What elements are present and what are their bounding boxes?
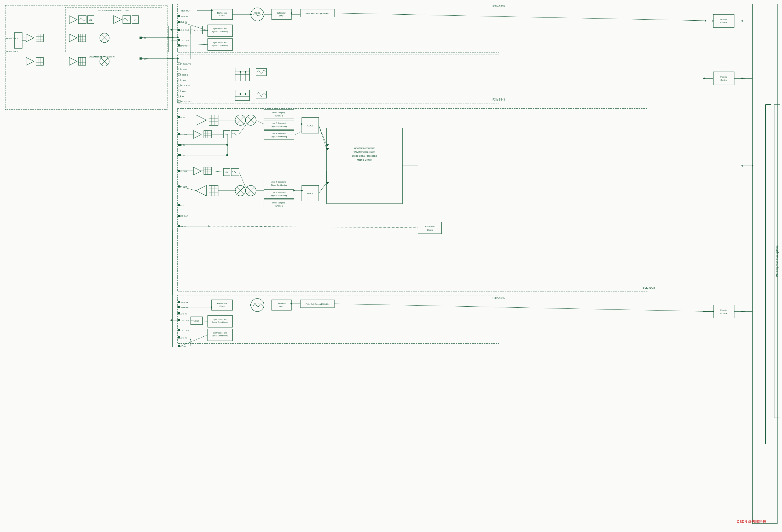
svg-line-54	[334, 13, 713, 21]
svg-line-358	[212, 171, 223, 172]
svg-text:Module: Module	[720, 309, 727, 311]
svg-rect-162	[178, 144, 180, 146]
svg-rect-160	[178, 133, 180, 135]
svg-marker-205	[193, 130, 201, 139]
svg-rect-119	[178, 63, 180, 65]
svg-rect-13	[272, 9, 291, 20]
svg-text:SWITCH OUT: SWITCH OUT	[179, 101, 192, 103]
svg-line-215	[239, 125, 246, 134]
svg-text:Signal Conditioning: Signal Conditioning	[271, 184, 287, 186]
svg-text:PXIe Ref Clock (100MHz): PXIe Ref Clock (100MHz)	[306, 303, 329, 305]
svg-text:Direct Sampling: Direct Sampling	[272, 112, 285, 114]
svg-text:Reference: Reference	[217, 302, 227, 305]
svg-text:<175 GHz: <175 GHz	[275, 205, 283, 207]
svg-text:SWITCH IN: SWITCH IN	[179, 84, 190, 87]
svg-rect-213	[231, 130, 239, 138]
svg-text:xN: xN	[134, 19, 136, 21]
svg-point-11	[251, 8, 264, 21]
svg-marker-95	[26, 58, 34, 65]
svg-line-339	[256, 120, 264, 124]
svg-text:LO 0 OUT: LO 0 OUT	[180, 319, 189, 322]
svg-marker-176	[209, 225, 210, 227]
svg-text:VCXO: VCXO	[193, 29, 200, 32]
svg-rect-36	[178, 21, 180, 23]
svg-rect-16	[300, 9, 334, 17]
svg-marker-104	[69, 58, 77, 65]
svg-rect-166	[178, 170, 180, 172]
svg-rect-357	[231, 168, 239, 176]
svg-line-314	[191, 321, 208, 321]
svg-point-234	[246, 185, 256, 196]
svg-point-187	[235, 115, 246, 125]
svg-rect-23	[208, 39, 233, 50]
svg-rect-43	[178, 39, 180, 41]
svg-marker-341	[301, 123, 303, 125]
svg-marker-256	[326, 182, 329, 184]
svg-text:Synthesizer and: Synthesizer and	[213, 41, 227, 44]
svg-text:DACs: DACs	[307, 192, 313, 195]
svg-marker-110	[69, 34, 77, 42]
svg-text:REF IN: REF IN	[181, 306, 188, 309]
svg-point-143	[245, 93, 246, 95]
svg-text:PXIe-5655: PXIe-5655	[493, 5, 505, 8]
svg-text:Signal Conditioning: Signal Conditioning	[212, 44, 228, 46]
svg-rect-33	[178, 15, 180, 17]
svg-rect-64	[87, 16, 94, 24]
svg-line-37	[180, 22, 208, 31]
svg-text:UPCONVERTER/SHARED LO IN: UPCONVERTER/SHARED LO IN	[98, 9, 129, 11]
svg-text:Direct Sampling: Direct Sampling	[272, 202, 285, 204]
svg-text:REF OUT: REF OUT	[181, 301, 190, 303]
svg-marker-92	[172, 58, 174, 59]
svg-rect-125	[178, 79, 180, 81]
svg-text:RF IN/OUT 1: RF IN/OUT 1	[179, 68, 191, 71]
svg-rect-127	[178, 84, 180, 86]
svg-marker-152	[742, 78, 743, 79]
svg-marker-49	[250, 13, 252, 15]
svg-line-236	[247, 187, 254, 194]
svg-text:Signal Conditioning: Signal Conditioning	[212, 335, 228, 337]
svg-text:IF IN: IF IN	[141, 37, 146, 39]
svg-rect-75	[36, 34, 43, 42]
svg-text:REF OUT: REF OUT	[181, 10, 190, 12]
svg-rect-105	[78, 58, 86, 65]
svg-rect-90	[140, 58, 142, 60]
svg-rect-60	[65, 7, 162, 53]
page: PXI Express Backplane PXIe-5655 Refere	[0, 0, 782, 532]
svg-text:Control: Control	[720, 312, 727, 314]
svg-rect-226	[209, 185, 218, 196]
svg-rect-294	[208, 329, 233, 341]
svg-marker-353	[326, 182, 329, 184]
pxi-backplane-label: PXI Express Backplane	[774, 105, 780, 418]
svg-rect-8	[212, 9, 233, 20]
svg-text:RF IN: RF IN	[179, 116, 185, 119]
svg-rect-243	[264, 200, 294, 209]
svg-rect-206	[204, 130, 212, 138]
svg-text:OCXO: OCXO	[254, 302, 260, 305]
svg-text:REF IN: REF IN	[179, 225, 186, 228]
svg-marker-57	[704, 20, 706, 22]
svg-text:Control: Control	[720, 22, 727, 24]
svg-text:Synthesizer and: Synthesizer and	[213, 318, 227, 320]
svg-point-282	[251, 299, 264, 312]
svg-point-364	[179, 154, 181, 156]
svg-rect-20	[208, 25, 233, 37]
svg-rect-86	[140, 37, 142, 39]
svg-text:REF IN: REF IN	[181, 15, 188, 17]
svg-text:RF IN/OUT 0: RF IN/OUT 0	[6, 50, 18, 53]
svg-marker-62	[69, 16, 77, 24]
svg-rect-133	[178, 100, 180, 102]
svg-rect-134	[235, 68, 250, 81]
svg-marker-273	[170, 319, 172, 321]
svg-point-135	[240, 71, 241, 73]
svg-marker-154	[703, 78, 705, 79]
svg-text:LO 1 OUT: LO 1 OUT	[180, 39, 189, 42]
svg-marker-328	[741, 165, 743, 166]
svg-point-190	[246, 115, 256, 125]
svg-rect-96	[36, 58, 43, 65]
svg-line-342	[294, 131, 302, 135]
svg-line-345	[180, 187, 196, 191]
svg-rect-141	[235, 90, 250, 101]
svg-text:RF IN/OUT 0: RF IN/OUT 0	[179, 63, 191, 65]
svg-text:Clock: Clock	[219, 305, 225, 307]
svg-text:Low IF Baseband: Low IF Baseband	[272, 191, 286, 193]
